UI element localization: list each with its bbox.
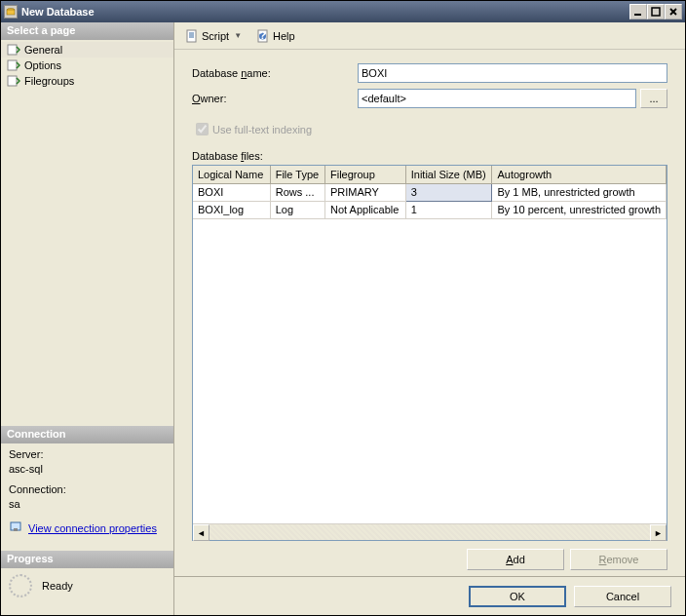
- svg-rect-9: [187, 30, 196, 42]
- cell-autogrowth[interactable]: By 1 MB, unrestricted growth: [492, 183, 667, 201]
- owner-browse-button[interactable]: ...: [640, 89, 667, 108]
- content-area: Database name: Owner: ... Use full-text …: [174, 50, 685, 576]
- files-grid: Logical Name File Type Filegroup Initial…: [192, 165, 667, 541]
- svg-rect-1: [7, 10, 15, 15]
- titlebar: New Database: [1, 1, 685, 22]
- progress-status: Ready: [42, 580, 73, 592]
- cell-autogrowth[interactable]: By 10 percent, unrestricted growth: [492, 201, 667, 218]
- files-table[interactable]: Logical Name File Type Filegroup Initial…: [193, 166, 667, 219]
- minimize-button[interactable]: [629, 4, 647, 19]
- fulltext-checkbox: [196, 123, 209, 135]
- scroll-left-button[interactable]: ◄: [193, 524, 210, 541]
- connection-header: Connection: [1, 426, 173, 443]
- help-button[interactable]: ? Help: [251, 26, 300, 46]
- svg-rect-3: [652, 8, 660, 16]
- progress-header: Progress: [1, 551, 173, 568]
- cell-logical-name[interactable]: BOXI_log: [193, 201, 270, 218]
- col-logical-name[interactable]: Logical Name: [193, 166, 270, 183]
- ok-button[interactable]: OK: [469, 586, 566, 607]
- maximize-button[interactable]: [647, 4, 665, 19]
- script-button[interactable]: Script ▼: [180, 26, 248, 46]
- script-label: Script: [202, 30, 229, 42]
- table-row[interactable]: BOXI Rows ... PRIMARY 3 By 1 MB, unrestr…: [193, 183, 667, 201]
- cell-filegroup[interactable]: Not Applicable: [325, 201, 406, 218]
- database-name-label: Database name:: [192, 67, 271, 79]
- right-panel: Script ▼ ? Help Database name: Owner: ..…: [174, 22, 685, 615]
- svg-text:?: ?: [259, 29, 266, 41]
- script-icon: [185, 29, 199, 43]
- toolbar: Script ▼ ? Help: [174, 22, 685, 50]
- page-icon: [7, 75, 20, 87]
- connection-info: Server: asc-sql Connection: sa View conn…: [1, 443, 173, 541]
- fulltext-label: Use full-text indexing: [212, 124, 312, 135]
- page-icon: [7, 59, 20, 71]
- cell-filegroup[interactable]: PRIMARY: [325, 183, 406, 201]
- left-panel: Select a page General Options Filegroups…: [1, 22, 174, 615]
- col-initial-size[interactable]: Initial Size (MB): [405, 166, 492, 183]
- remove-button: Remove: [570, 549, 667, 570]
- owner-label: Owner:: [192, 93, 226, 104]
- add-button[interactable]: Add: [467, 549, 564, 570]
- svg-rect-6: [8, 76, 17, 86]
- page-label: Filegroups: [24, 75, 74, 87]
- dialog-footer: OK Cancel: [174, 576, 685, 615]
- database-name-input[interactable]: [358, 63, 667, 83]
- server-label: Server:: [9, 447, 166, 462]
- help-icon: ?: [256, 29, 270, 43]
- svg-rect-2: [634, 14, 641, 16]
- new-database-dialog: New Database Select a page General Optio…: [0, 0, 686, 616]
- owner-input[interactable]: [358, 89, 636, 108]
- progress-body: Ready: [1, 568, 173, 603]
- database-files-label: Database files:: [192, 150, 263, 162]
- scroll-track[interactable]: [210, 524, 650, 540]
- connection-props-icon: [9, 520, 22, 537]
- page-list: General Options Filegroups: [1, 40, 173, 91]
- chevron-down-icon: ▼: [232, 31, 244, 40]
- app-icon: [4, 5, 18, 19]
- select-page-header: Select a page: [1, 22, 173, 40]
- cell-initial-size[interactable]: 1: [405, 201, 492, 218]
- cell-initial-size[interactable]: 3: [405, 183, 492, 201]
- svg-rect-4: [8, 45, 17, 55]
- view-connection-properties-link[interactable]: View connection properties: [28, 521, 157, 536]
- col-autogrowth[interactable]: Autogrowth: [492, 166, 667, 183]
- server-value: asc-sql: [9, 462, 166, 477]
- connection-value: sa: [9, 497, 166, 512]
- cell-file-type[interactable]: Log: [270, 201, 324, 218]
- cancel-button[interactable]: Cancel: [574, 586, 671, 607]
- close-button[interactable]: [665, 4, 682, 19]
- cell-file-type[interactable]: Rows ...: [270, 183, 324, 201]
- cell-logical-name[interactable]: BOXI: [193, 183, 270, 201]
- col-file-type[interactable]: File Type: [270, 166, 324, 183]
- table-row[interactable]: BOXI_log Log Not Applicable 1 By 10 perc…: [193, 201, 667, 218]
- horizontal-scrollbar[interactable]: ◄ ►: [193, 523, 667, 540]
- page-item-general[interactable]: General: [1, 42, 173, 58]
- page-icon: [7, 44, 20, 56]
- page-label: Options: [24, 59, 61, 71]
- scroll-right-button[interactable]: ►: [650, 524, 667, 541]
- page-label: General: [24, 44, 62, 56]
- connection-label: Connection:: [9, 482, 166, 497]
- page-item-options[interactable]: Options: [1, 58, 173, 73]
- window-title: New Database: [21, 6, 629, 18]
- svg-rect-5: [8, 60, 17, 70]
- progress-spinner-icon: [9, 574, 32, 597]
- page-item-filegroups[interactable]: Filegroups: [1, 73, 173, 89]
- help-label: Help: [273, 30, 295, 42]
- svg-rect-8: [14, 528, 18, 531]
- col-filegroup[interactable]: Filegroup: [325, 166, 406, 183]
